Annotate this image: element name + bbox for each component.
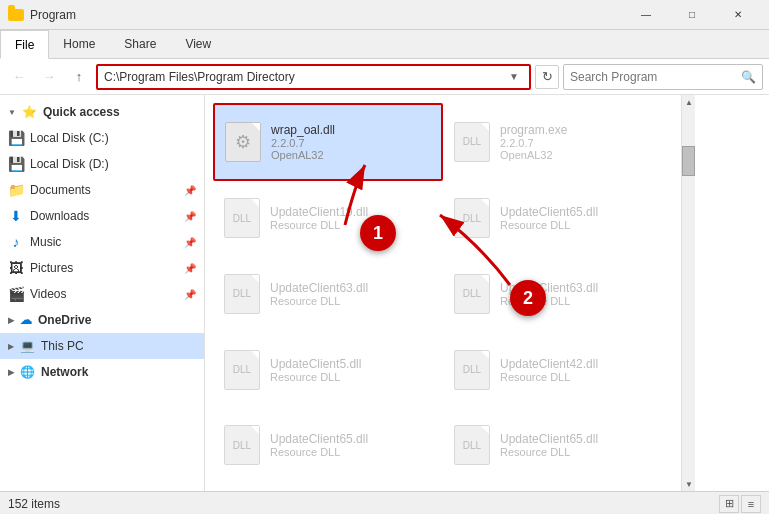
quick-access-icon: ⭐ [22,105,37,119]
address-row: ← → ↑ C:\Program Files\Program Directory… [0,59,769,95]
main-area: ▼ ⭐ Quick access 💾 Local Disk (C:) 💾 Loc… [0,95,769,491]
file-grid: ⚙wrap_oal.dll2.2.0.7OpenAL32DLLprogram.e… [205,95,681,491]
dll-file-icon: DLL [224,274,260,314]
sidebar-item-local-d[interactable]: 💾 Local Disk (D:) [0,151,204,177]
file-item[interactable]: DLLUpdateClient65.dllResource DLL [213,407,443,483]
address-path: C:\Program Files\Program Directory [104,70,505,84]
documents-icon: 📁 [8,182,24,198]
file-name: UpdateClient5.dll [270,357,434,371]
file-detail-1: Resource DLL [500,295,664,307]
file-info: UpdateClient42.dllResource DLL [500,357,664,383]
file-detail-1: Resource DLL [270,219,434,231]
dll-file-icon: ⚙ [225,122,261,162]
sidebar-item-local-c[interactable]: 💾 Local Disk (C:) [0,125,204,151]
pictures-icon: 🖼 [8,260,24,276]
search-box[interactable]: 🔍 [563,64,763,90]
file-detail-2: OpenAL32 [271,149,433,161]
sidebar-item-downloads[interactable]: ⬇ Downloads 📌 [0,203,204,229]
documents-label: Documents [30,183,91,197]
dll-file-icon: DLL [454,122,490,162]
title-bar-folder-icon [8,7,24,23]
forward-button[interactable]: → [36,64,62,90]
refresh-button[interactable]: ↻ [535,65,559,89]
tab-share[interactable]: Share [110,30,171,58]
scroll-thumb[interactable] [682,146,695,176]
file-name: UpdateClient65.dll [270,432,434,446]
address-dropdown-icon[interactable]: ▼ [505,71,523,82]
file-item[interactable]: DLLUpdateClient19.dllResource DLL [213,181,443,257]
file-icon: DLL [222,350,262,390]
file-icon: ⚙ [223,122,263,162]
file-name: UpdateClient19.dll [270,205,434,219]
sidebar-item-pictures[interactable]: 🖼 Pictures 📌 [0,255,204,281]
dll-file-icon: DLL [454,425,490,465]
status-bar: 152 items ⊞ ≡ [0,491,769,514]
search-icon[interactable]: 🔍 [741,70,756,84]
local-c-icon: 💾 [8,130,24,146]
tab-view[interactable]: View [171,30,226,58]
file-item[interactable]: DLLUpdateClient65.dllResource DLL [443,407,673,483]
dll-file-icon: DLL [454,274,490,314]
file-item[interactable]: DLLUpdateClient63.dllResource DLL [443,256,673,332]
dll-file-icon: DLL [454,198,490,238]
up-button[interactable]: ↑ [66,64,92,90]
minimize-button[interactable]: — [623,0,669,30]
file-info: wrap_oal.dll2.2.0.7OpenAL32 [271,123,433,161]
view-buttons: ⊞ ≡ [719,495,761,513]
file-info: UpdateClient65.dllResource DLL [270,432,434,458]
file-detail-1: Resource DLL [500,371,664,383]
file-detail-1: 2.2.0.7 [271,137,433,149]
maximize-button[interactable]: □ [669,0,715,30]
file-icon: DLL [452,274,492,314]
sidebar-item-network[interactable]: ▶ 🌐 Network [0,359,204,385]
file-info: UpdateClient65.dllResource DLL [500,205,664,231]
file-detail-1: Resource DLL [500,219,664,231]
file-item[interactable]: DLLUpdateClient63.dllResource DLL [213,256,443,332]
file-info: UpdateClient63.dllResource DLL [270,281,434,307]
tab-file[interactable]: File [0,30,49,59]
ribbon: File Home Share View [0,30,769,59]
close-button[interactable]: ✕ [715,0,761,30]
scrollbar[interactable]: ▲ ▼ [681,95,695,491]
back-button[interactable]: ← [6,64,32,90]
sidebar-item-this-pc[interactable]: ▶ 💻 This PC [0,333,204,359]
list-view-button[interactable]: ≡ [741,495,761,513]
file-icon: DLL [222,425,262,465]
search-input[interactable] [570,70,741,84]
music-icon: ♪ [8,234,24,250]
sidebar-item-videos[interactable]: 🎬 Videos 📌 [0,281,204,307]
file-info: UpdateClient65.dllResource DLL [500,432,664,458]
window-title: Program [30,8,623,22]
documents-pin-icon: 📌 [184,185,196,196]
file-item[interactable]: DLLUpdateClient42.dllResource DLL [443,332,673,408]
file-item[interactable]: ⚙wrap_oal.dll2.2.0.7OpenAL32 [213,103,443,181]
scroll-up-button[interactable]: ▲ [682,95,696,109]
file-detail-1: Resource DLL [270,371,434,383]
music-label: Music [30,235,61,249]
file-name: wrap_oal.dll [271,123,433,137]
sidebar-item-music[interactable]: ♪ Music 📌 [0,229,204,255]
file-info: UpdateClient19.dllResource DLL [270,205,434,231]
file-item[interactable]: DLLprogram.exe2.2.0.7OpenAL32 [443,103,673,181]
sidebar-item-onedrive[interactable]: ▶ ☁ OneDrive [0,307,204,333]
onedrive-icon: ☁ [20,313,32,327]
file-icon: DLL [222,198,262,238]
file-name: UpdateClient42.dll [500,357,664,371]
window-controls: — □ ✕ [623,0,761,30]
grid-view-button[interactable]: ⊞ [719,495,739,513]
quick-access-arrow: ▼ [8,108,16,117]
file-item[interactable]: DLLUpdateClient65.dllResource DLL [443,181,673,257]
downloads-icon: ⬇ [8,208,24,224]
file-info: program.exe2.2.0.7OpenAL32 [500,123,664,161]
tab-home[interactable]: Home [49,30,110,58]
file-item[interactable]: DLLUpdateClient5.dllResource DLL [213,332,443,408]
file-name: UpdateClient65.dll [500,432,664,446]
file-name: UpdateClient65.dll [500,205,664,219]
title-bar: Program — □ ✕ [0,0,769,30]
address-bar[interactable]: C:\Program Files\Program Directory ▼ [96,64,531,90]
ribbon-tabs: File Home Share View [0,30,769,58]
sidebar-item-documents[interactable]: 📁 Documents 📌 [0,177,204,203]
sidebar-item-quick-access[interactable]: ▼ ⭐ Quick access [0,99,204,125]
scroll-down-button[interactable]: ▼ [682,477,696,491]
file-icon: DLL [452,198,492,238]
